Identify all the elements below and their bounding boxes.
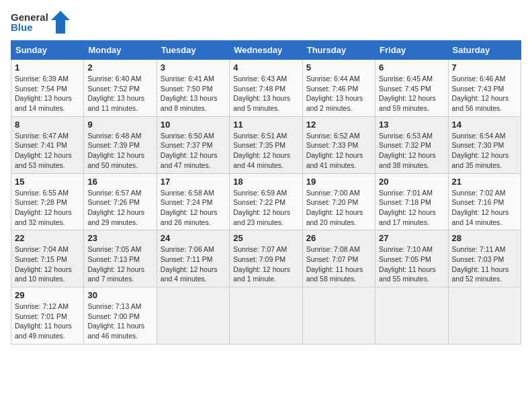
calendar-cell: 27Sunrise: 7:10 AM Sunset: 7:05 PM Dayli… xyxy=(375,230,448,287)
week-row-1: 1Sunrise: 6:39 AM Sunset: 7:54 PM Daylig… xyxy=(11,60,521,117)
calendar-cell: 28Sunrise: 7:11 AM Sunset: 7:03 PM Dayli… xyxy=(448,230,521,287)
day-info: Sunrise: 6:50 AM Sunset: 7:37 PM Dayligh… xyxy=(161,131,226,171)
calendar-cell: 9Sunrise: 6:48 AM Sunset: 7:39 PM Daylig… xyxy=(84,116,157,173)
calendar-cell xyxy=(302,287,375,345)
day-info: Sunrise: 6:52 AM Sunset: 7:33 PM Dayligh… xyxy=(306,131,371,171)
day-number: 16 xyxy=(87,177,152,187)
day-info: Sunrise: 7:02 AM Sunset: 7:16 PM Dayligh… xyxy=(452,188,517,228)
day-number: 22 xyxy=(15,233,80,243)
day-info: Sunrise: 6:44 AM Sunset: 7:46 PM Dayligh… xyxy=(306,74,371,113)
day-number: 1 xyxy=(15,62,80,73)
day-info: Sunrise: 6:58 AM Sunset: 7:24 PM Dayligh… xyxy=(161,188,226,228)
day-info: Sunrise: 6:55 AM Sunset: 7:28 PM Dayligh… xyxy=(15,188,80,228)
calendar-cell xyxy=(230,287,302,345)
calendar-cell: 12Sunrise: 6:52 AM Sunset: 7:33 PM Dayli… xyxy=(302,116,375,173)
day-number: 14 xyxy=(452,120,517,130)
day-info: Sunrise: 6:54 AM Sunset: 7:30 PM Dayligh… xyxy=(452,131,517,171)
day-info: Sunrise: 7:13 AM Sunset: 7:00 PM Dayligh… xyxy=(87,302,152,341)
day-info: Sunrise: 6:43 AM Sunset: 7:48 PM Dayligh… xyxy=(233,74,298,113)
calendar-cell: 17Sunrise: 6:58 AM Sunset: 7:24 PM Dayli… xyxy=(157,173,229,230)
day-info: Sunrise: 7:08 AM Sunset: 7:07 PM Dayligh… xyxy=(306,244,371,284)
day-info: Sunrise: 7:01 AM Sunset: 7:18 PM Dayligh… xyxy=(379,188,444,228)
calendar-table: SundayMondayTuesdayWednesdayThursdayFrid… xyxy=(11,40,521,345)
weekday-header-thursday: Thursday xyxy=(302,41,375,60)
day-number: 26 xyxy=(306,233,371,243)
day-number: 19 xyxy=(306,177,371,187)
calendar-cell: 1Sunrise: 6:39 AM Sunset: 7:54 PM Daylig… xyxy=(11,60,84,117)
header: GeneralBlue xyxy=(11,11,521,34)
calendar-cell: 3Sunrise: 6:41 AM Sunset: 7:50 PM Daylig… xyxy=(157,60,229,117)
day-number: 2 xyxy=(87,62,152,73)
day-number: 25 xyxy=(233,233,298,243)
day-info: Sunrise: 7:12 AM Sunset: 7:01 PM Dayligh… xyxy=(15,302,80,341)
day-number: 17 xyxy=(161,177,226,187)
day-number: 29 xyxy=(15,290,80,300)
day-number: 10 xyxy=(161,120,226,130)
calendar-cell: 2Sunrise: 6:40 AM Sunset: 7:52 PM Daylig… xyxy=(84,60,157,117)
calendar-cell: 22Sunrise: 7:04 AM Sunset: 7:15 PM Dayli… xyxy=(11,230,84,287)
day-number: 23 xyxy=(87,233,152,243)
day-number: 6 xyxy=(379,62,444,73)
calendar-cell: 26Sunrise: 7:08 AM Sunset: 7:07 PM Dayli… xyxy=(302,230,375,287)
weekday-header-wednesday: Wednesday xyxy=(230,41,302,60)
logo: GeneralBlue xyxy=(11,11,70,34)
calendar-cell: 18Sunrise: 6:59 AM Sunset: 7:22 PM Dayli… xyxy=(230,173,302,230)
day-info: Sunrise: 7:07 AM Sunset: 7:09 PM Dayligh… xyxy=(233,244,298,284)
day-number: 9 xyxy=(87,120,152,130)
calendar-cell: 30Sunrise: 7:13 AM Sunset: 7:00 PM Dayli… xyxy=(84,287,157,345)
day-number: 20 xyxy=(379,177,444,187)
calendar-cell: 14Sunrise: 6:54 AM Sunset: 7:30 PM Dayli… xyxy=(448,116,521,173)
day-info: Sunrise: 7:06 AM Sunset: 7:11 PM Dayligh… xyxy=(161,244,226,284)
day-info: Sunrise: 6:51 AM Sunset: 7:35 PM Dayligh… xyxy=(233,131,298,171)
calendar-cell xyxy=(448,287,521,345)
week-row-3: 15Sunrise: 6:55 AM Sunset: 7:28 PM Dayli… xyxy=(11,173,521,230)
day-info: Sunrise: 6:45 AM Sunset: 7:45 PM Dayligh… xyxy=(379,74,444,113)
day-number: 21 xyxy=(452,177,517,187)
calendar-cell: 13Sunrise: 6:53 AM Sunset: 7:32 PM Dayli… xyxy=(375,116,448,173)
day-number: 3 xyxy=(161,62,226,73)
svg-marker-0 xyxy=(51,11,70,34)
week-row-5: 29Sunrise: 7:12 AM Sunset: 7:01 PM Dayli… xyxy=(11,287,521,345)
week-row-4: 22Sunrise: 7:04 AM Sunset: 7:15 PM Dayli… xyxy=(11,230,521,287)
calendar-cell: 15Sunrise: 6:55 AM Sunset: 7:28 PM Dayli… xyxy=(11,173,84,230)
day-info: Sunrise: 6:47 AM Sunset: 7:41 PM Dayligh… xyxy=(15,131,80,171)
day-info: Sunrise: 6:59 AM Sunset: 7:22 PM Dayligh… xyxy=(233,188,298,228)
day-number: 15 xyxy=(15,177,80,187)
calendar-cell: 24Sunrise: 7:06 AM Sunset: 7:11 PM Dayli… xyxy=(157,230,229,287)
day-number: 24 xyxy=(161,233,226,243)
day-info: Sunrise: 7:11 AM Sunset: 7:03 PM Dayligh… xyxy=(452,244,517,284)
day-info: Sunrise: 7:00 AM Sunset: 7:20 PM Dayligh… xyxy=(306,188,371,228)
calendar-cell: 8Sunrise: 6:47 AM Sunset: 7:41 PM Daylig… xyxy=(11,116,84,173)
day-info: Sunrise: 6:40 AM Sunset: 7:52 PM Dayligh… xyxy=(87,74,152,113)
day-number: 18 xyxy=(233,177,298,187)
calendar-cell: 16Sunrise: 6:57 AM Sunset: 7:26 PM Dayli… xyxy=(84,173,157,230)
calendar-cell: 7Sunrise: 6:46 AM Sunset: 7:43 PM Daylig… xyxy=(448,60,521,117)
day-number: 7 xyxy=(452,62,517,73)
day-info: Sunrise: 6:39 AM Sunset: 7:54 PM Dayligh… xyxy=(15,74,80,113)
day-info: Sunrise: 6:48 AM Sunset: 7:39 PM Dayligh… xyxy=(87,131,152,171)
weekday-header-row: SundayMondayTuesdayWednesdayThursdayFrid… xyxy=(11,41,521,60)
day-number: 8 xyxy=(15,120,80,130)
day-info: Sunrise: 7:05 AM Sunset: 7:13 PM Dayligh… xyxy=(87,244,152,284)
day-info: Sunrise: 6:57 AM Sunset: 7:26 PM Dayligh… xyxy=(87,188,152,228)
day-number: 11 xyxy=(233,120,298,130)
day-info: Sunrise: 7:10 AM Sunset: 7:05 PM Dayligh… xyxy=(379,244,444,284)
day-number: 4 xyxy=(233,62,298,73)
weekday-header-sunday: Sunday xyxy=(11,41,84,60)
weekday-header-saturday: Saturday xyxy=(448,41,521,60)
weekday-header-tuesday: Tuesday xyxy=(157,41,229,60)
day-info: Sunrise: 6:46 AM Sunset: 7:43 PM Dayligh… xyxy=(452,74,517,113)
calendar-cell: 20Sunrise: 7:01 AM Sunset: 7:18 PM Dayli… xyxy=(375,173,448,230)
calendar-cell: 6Sunrise: 6:45 AM Sunset: 7:45 PM Daylig… xyxy=(375,60,448,117)
day-number: 5 xyxy=(306,62,371,73)
calendar-cell: 19Sunrise: 7:00 AM Sunset: 7:20 PM Dayli… xyxy=(302,173,375,230)
weekday-header-monday: Monday xyxy=(84,41,157,60)
week-row-2: 8Sunrise: 6:47 AM Sunset: 7:41 PM Daylig… xyxy=(11,116,521,173)
calendar-cell: 10Sunrise: 6:50 AM Sunset: 7:37 PM Dayli… xyxy=(157,116,229,173)
day-number: 30 xyxy=(87,290,152,300)
calendar-cell xyxy=(375,287,448,345)
calendar-cell: 25Sunrise: 7:07 AM Sunset: 7:09 PM Dayli… xyxy=(230,230,302,287)
day-info: Sunrise: 6:53 AM Sunset: 7:32 PM Dayligh… xyxy=(379,131,444,171)
day-number: 27 xyxy=(379,233,444,243)
calendar-cell: 4Sunrise: 6:43 AM Sunset: 7:48 PM Daylig… xyxy=(230,60,302,117)
